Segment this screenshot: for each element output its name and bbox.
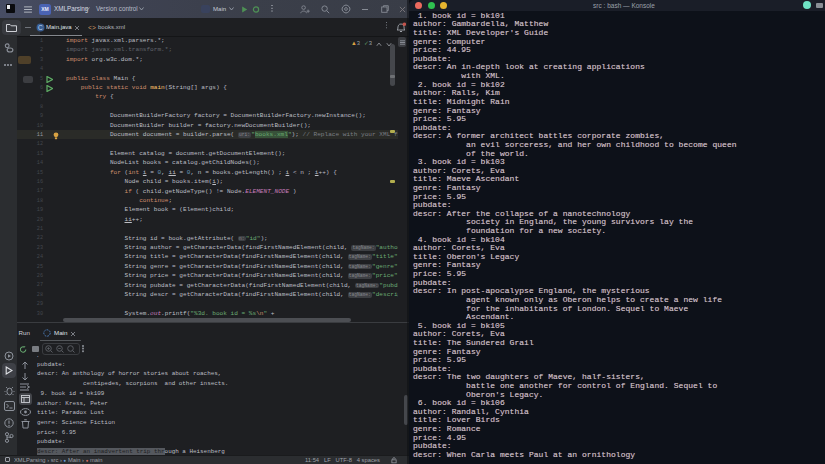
svg-text:<>: <>	[88, 25, 96, 32]
svg-text:C: C	[38, 24, 43, 31]
